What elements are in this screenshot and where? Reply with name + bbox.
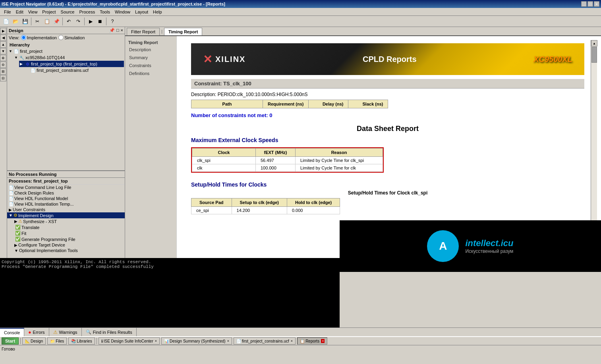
side-icon-3[interactable]: ▲: [0, 41, 6, 48]
menu-window[interactable]: Window: [112, 9, 133, 15]
process-config-target[interactable]: ▶ Configure Target Device: [13, 242, 125, 248]
menu-source[interactable]: Source: [58, 9, 77, 15]
menu-project[interactable]: Project: [40, 9, 58, 15]
xilinx-banner: ✕ XILINX CPLD Reports XC9500XL: [191, 43, 584, 75]
start-label: Start: [5, 339, 15, 343]
libraries-btn-label: Libraries: [77, 339, 92, 343]
taskbar-design-summary[interactable]: 📊 Design Summary (Synthesized) ×: [161, 337, 232, 345]
reports-close-icon[interactable]: ×: [321, 339, 325, 343]
scroll-thumb[interactable]: [591, 47, 597, 63]
ucf-close-icon[interactable]: ×: [291, 339, 293, 343]
menu-tools[interactable]: Tools: [97, 9, 112, 15]
close-icon[interactable]: ×: [121, 28, 123, 33]
open-button[interactable]: 📂: [11, 17, 20, 26]
timing-report-label: Timing Report: [125, 39, 176, 46]
taskbar-files-btn[interactable]: 📁 Files: [47, 337, 67, 345]
scroll-track[interactable]: [591, 46, 597, 248]
undo-button[interactable]: ↶: [64, 17, 73, 26]
side-icon-1[interactable]: ▶: [0, 28, 6, 34]
nav-summary[interactable]: Summary: [125, 54, 176, 62]
sim-radio[interactable]: [58, 35, 64, 40]
save-button[interactable]: 💾: [21, 17, 29, 26]
tab-find-results[interactable]: 🔍 Find in Files Results: [82, 328, 137, 336]
tab-fitter[interactable]: Fitter Report: [127, 28, 160, 35]
menu-help[interactable]: Help: [151, 9, 164, 15]
impl-radio[interactable]: [21, 35, 26, 40]
design-header: Design 📌 □ ×: [7, 27, 125, 34]
restore-icon[interactable]: □: [116, 28, 119, 33]
find-icon: 🔍: [86, 329, 91, 335]
menu-file[interactable]: File: [2, 9, 14, 15]
menu-process[interactable]: Process: [77, 9, 97, 15]
nav-constraints[interactable]: Constraints: [125, 62, 176, 69]
process-implement[interactable]: ▼ ⚙ Implement Design: [7, 212, 125, 218]
sim-radio-label[interactable]: Simulation: [58, 35, 85, 40]
close-button[interactable]: ×: [594, 1, 599, 7]
tree-item-top[interactable]: ▶ ⚙ first_project_top (first_project_top…: [19, 61, 124, 67]
new-button[interactable]: 📄: [2, 17, 10, 26]
infocenter-close-icon[interactable]: ×: [155, 339, 157, 343]
side-icon-6[interactable]: ⊖: [0, 62, 6, 68]
tab-timing[interactable]: Timing Report: [164, 28, 202, 35]
watermark-text: intellect.icu Искусственный разум: [465, 238, 513, 254]
side-icon-2[interactable]: ◀: [0, 35, 6, 41]
tab-console[interactable]: Console: [0, 328, 24, 336]
process-synthesize[interactable]: ▶ ⚠ Synthesize - XST: [13, 218, 125, 224]
paste-button[interactable]: 📌: [52, 17, 61, 26]
taskbar-design-btn[interactable]: 📐 Design: [22, 337, 46, 345]
taskbar-ucf[interactable]: 📄 first_project_constrains.ucf ×: [234, 337, 296, 345]
top-icon: ⚙: [25, 61, 30, 67]
minimize-button[interactable]: _: [581, 1, 587, 7]
pin-icon[interactable]: 📌: [109, 28, 115, 33]
side-icon-5[interactable]: ⊕: [0, 55, 6, 61]
clock-name-2: clk: [192, 164, 256, 172]
side-icon-4[interactable]: ▼: [0, 48, 6, 54]
help-button[interactable]: ?: [108, 17, 117, 26]
nav-description[interactable]: Description: [125, 46, 176, 54]
copy-button[interactable]: 📋: [43, 17, 51, 26]
summary-close-icon[interactable]: ×: [227, 339, 229, 343]
process-fit[interactable]: ✅ Fit: [13, 230, 125, 236]
tree-item-chip[interactable]: ▼ 🔧 xc95288xl-10TQ144: [14, 54, 124, 61]
cut-button[interactable]: ✂: [33, 17, 42, 26]
stop-button[interactable]: ⏹: [96, 17, 104, 26]
infocenter-icon: ℹ: [101, 339, 103, 343]
start-button[interactable]: Start: [2, 337, 19, 345]
col-source-pad: Source Pad: [191, 198, 232, 207]
scroll-up-arrow[interactable]: ▲: [591, 40, 597, 46]
process-optional[interactable]: ▼ Optional Implementation Tools: [13, 248, 125, 253]
redo-button[interactable]: ↷: [74, 17, 83, 26]
process-gen-prog[interactable]: ✅ Generate Programming File: [13, 236, 125, 242]
process-hdl-inst[interactable]: 📄 View HDL Instantiation Temp...: [7, 201, 125, 207]
project-icon: 📄: [14, 48, 19, 54]
files-icon: 📁: [50, 339, 55, 343]
process-translate[interactable]: ✅ Translate: [13, 224, 125, 230]
nav-definitions[interactable]: Definitions: [125, 69, 176, 77]
menu-edit[interactable]: Edit: [14, 9, 26, 15]
process-header: No Processes Running: [7, 171, 125, 178]
process-user-constraints[interactable]: ▶ User Constraints: [7, 207, 125, 212]
toolbar-separator-1: [31, 17, 31, 25]
taskbar-reports[interactable]: 📋 Reports ×: [297, 337, 327, 345]
ucf-label: first_project_constrains.ucf: [242, 339, 289, 343]
errors-tab-label: Errors: [33, 330, 45, 335]
status-text: Готово: [2, 347, 15, 351]
run-button[interactable]: ▶: [86, 17, 95, 26]
tree-item-ucf[interactable]: 📄 first_project_constrains.ucf: [25, 67, 124, 73]
process-log[interactable]: 📄 View Command Line Log File: [7, 185, 125, 190]
impl-radio-label[interactable]: Implementation: [21, 35, 57, 40]
process-hdl-model[interactable]: 📄 View HDL Functional Model: [7, 196, 125, 201]
setup-val-1: 14.200: [232, 207, 287, 214]
fitter-tab-label: Fitter Report: [131, 29, 155, 34]
tree-item-project[interactable]: ▼ 📄 first_project: [8, 48, 124, 54]
restore-button[interactable]: □: [587, 1, 593, 7]
menu-layout[interactable]: Layout: [133, 9, 151, 15]
taskbar-libraries-btn[interactable]: 📚 Libraries: [68, 337, 95, 345]
side-icon-8[interactable]: ⊟: [0, 75, 6, 81]
process-rules[interactable]: 📄 Check Design Rules: [7, 190, 125, 196]
menu-view[interactable]: View: [26, 9, 40, 15]
taskbar-infocentre[interactable]: ℹ ISE Design Suite InfoCenter ×: [99, 337, 160, 345]
tab-errors[interactable]: ● Errors: [24, 328, 49, 336]
tab-warnings[interactable]: ⚠ Warnings: [49, 328, 82, 336]
side-icon-7[interactable]: ⊞: [0, 68, 6, 75]
